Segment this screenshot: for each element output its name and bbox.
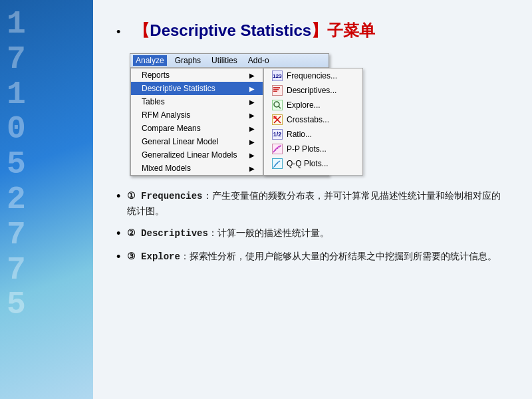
bullet-item-1: • ① Frequencies：产生变量值的频数分布表，并可计算常见描述性统计量… xyxy=(116,188,509,219)
menu-item-tables-label: Tables xyxy=(142,97,165,106)
bullet-dot-2: • xyxy=(116,225,120,242)
descriptives-icon xyxy=(272,85,283,96)
gen-linear-arrow: ▶ xyxy=(249,152,255,159)
pp-plots-icon xyxy=(272,144,283,154)
menu-item-glm[interactable]: General Linear Model ▶ xyxy=(131,135,263,148)
compare-means-arrow: ▶ xyxy=(249,125,255,132)
bullet-1-number: ① xyxy=(127,191,136,201)
explore-icon xyxy=(272,100,283,110)
menu-item-tables[interactable]: Tables ▶ xyxy=(131,95,263,108)
bullet-section: • ① Frequencies：产生变量值的频数分布表，并可计算常见描述性统计量… xyxy=(116,188,509,272)
descriptives-label: Descriptives... xyxy=(287,86,336,95)
menu-bar-utilities[interactable]: Utilities xyxy=(209,55,240,66)
bullet-item-2: • ② Descriptives：计算一般的描述性统计量。 xyxy=(116,225,509,242)
reports-arrow: ▶ xyxy=(249,72,255,79)
menu-item-compare-means-label: Compare Means xyxy=(142,124,201,133)
menu-bar-analyze[interactable]: Analyze xyxy=(133,55,167,66)
svg-rect-2 xyxy=(273,91,277,92)
glm-arrow: ▶ xyxy=(249,138,255,146)
title-keyword: Descriptive Statistics xyxy=(150,21,311,39)
menu-item-rfm[interactable]: RFM Analysis ▶ xyxy=(131,108,263,122)
tables-arrow: ▶ xyxy=(249,98,255,106)
frequencies-icon: 123 xyxy=(272,70,283,81)
qq-plots-icon xyxy=(272,158,283,169)
ratio-label: Ratio... xyxy=(287,130,312,139)
explore-label: Explore... xyxy=(287,100,321,110)
desc-stats-arrow: ▶ xyxy=(249,85,255,92)
menu-item-mixed-label: Mixed Models xyxy=(142,164,191,173)
submenu-qq-plots[interactable]: Q-Q Plots... xyxy=(264,156,362,171)
descriptive-stats-submenu: 123 Frequencies... Descriptives... xyxy=(263,68,363,176)
submenu-crosstabs[interactable]: Crosstabs... xyxy=(264,112,362,127)
submenu-explore[interactable]: Explore... xyxy=(264,98,362,112)
menu-bar-addons[interactable]: Add-o xyxy=(245,55,272,66)
submenu-wrapper: Reports ▶ Descriptive Statistics ▶ Table… xyxy=(130,68,329,176)
menu-item-gen-linear[interactable]: Generalized Linear Models ▶ xyxy=(131,148,263,162)
crosstabs-icon xyxy=(272,114,283,125)
main-dropdown: Reports ▶ Descriptive Statistics ▶ Table… xyxy=(130,68,263,176)
bullet-1-keyword: Frequencies xyxy=(141,191,202,201)
bullet-3-number: ③ xyxy=(127,251,136,262)
main-content: • 【Descriptive Statistics】子菜单 Analyze Gr… xyxy=(93,0,532,399)
menu-item-gen-linear-label: Generalized Linear Models xyxy=(142,150,237,160)
frequencies-label: Frequencies... xyxy=(287,71,337,80)
left-decorative-panel: 171052775 xyxy=(0,0,93,399)
menu-area: Analyze Graphs Utilities Add-o Reports ▶… xyxy=(130,53,509,176)
menu-item-mixed[interactable]: Mixed Models ▶ xyxy=(131,162,263,175)
bullet-text-2: ② Descriptives：计算一般的描述性统计量。 xyxy=(127,225,329,241)
decorative-numbers: 171052775 xyxy=(7,7,25,323)
qq-plots-label: Q-Q Plots... xyxy=(287,159,329,168)
menu-item-reports[interactable]: Reports ▶ xyxy=(131,68,263,82)
crosstabs-label: Crosstabs... xyxy=(287,115,329,124)
menu-item-compare-means[interactable]: Compare Means ▶ xyxy=(131,122,263,135)
svg-rect-1 xyxy=(273,89,279,90)
pp-plots-label: P-P Plots... xyxy=(287,144,327,154)
ratio-icon: 1/2 xyxy=(272,129,283,140)
svg-line-4 xyxy=(279,106,281,108)
mixed-arrow: ▶ xyxy=(249,165,255,172)
bullet-3-keyword: Explore xyxy=(141,251,180,262)
bullet-dot-3: • xyxy=(116,249,120,265)
menu-item-reports-label: Reports xyxy=(142,70,170,80)
rfm-arrow: ▶ xyxy=(249,112,255,119)
menu-container: Analyze Graphs Utilities Add-o Reports ▶… xyxy=(130,53,329,176)
menu-bar-graphs[interactable]: Graphs xyxy=(172,55,203,66)
bullet-item-3: • ③ Explore：探索性分析，使用户能够从大量的分析结果之中挖掘到所需要的… xyxy=(116,249,509,265)
menu-item-descriptive-stats[interactable]: Descriptive Statistics ▶ xyxy=(131,82,263,95)
bullet-dot-1: • xyxy=(116,188,120,205)
menu-item-rfm-label: RFM Analysis xyxy=(142,110,190,120)
submenu-descriptives[interactable]: Descriptives... xyxy=(264,83,362,98)
submenu-pp-plots[interactable]: P-P Plots... xyxy=(264,142,362,156)
menu-item-desc-stats-label: Descriptive Statistics xyxy=(142,84,215,93)
menu-bar: Analyze Graphs Utilities Add-o xyxy=(130,54,329,68)
bullet-text-3: ③ Explore：探索性分析，使用户能够从大量的分析结果之中挖掘到所需要的统计… xyxy=(127,249,497,264)
bullet-2-number: ② xyxy=(127,228,136,239)
submenu-ratio[interactable]: 1/2 Ratio... xyxy=(264,127,362,142)
slide-title: • 【Descriptive Statistics】子菜单 xyxy=(116,20,509,41)
bullet-text-1: ① Frequencies：产生变量值的频数分布表，并可计算常见描述性统计量和绘… xyxy=(127,188,509,219)
menu-item-glm-label: General Linear Model xyxy=(142,137,218,146)
svg-rect-0 xyxy=(273,87,280,88)
submenu-frequencies[interactable]: 123 Frequencies... xyxy=(264,68,362,83)
svg-point-3 xyxy=(274,102,279,107)
bullet-2-keyword: Descriptives xyxy=(141,228,208,239)
